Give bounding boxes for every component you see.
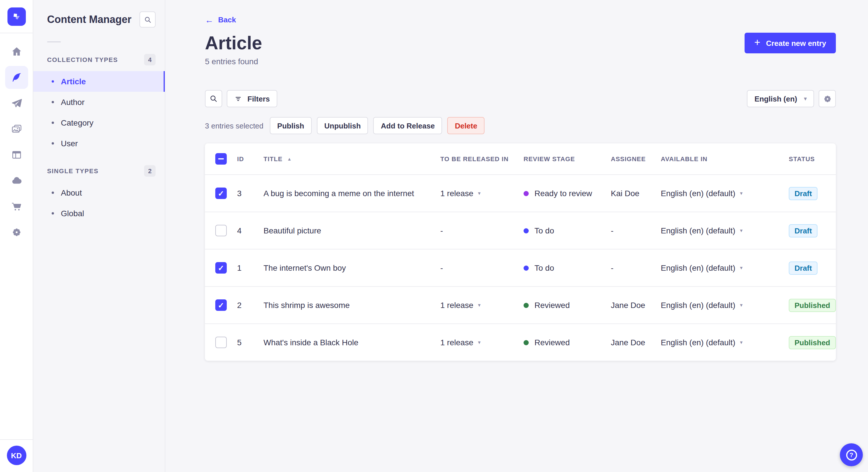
column-header-assignee[interactable]: ASSIGNEE xyxy=(611,156,661,162)
sidebar-item-category[interactable]: Category xyxy=(33,112,165,133)
sidebar-item-home[interactable] xyxy=(5,40,28,63)
chevron-down-icon: ▾ xyxy=(740,265,743,270)
sidebar-item-global[interactable]: Global xyxy=(33,203,165,224)
column-header-release[interactable]: TO BE RELEASED IN xyxy=(440,156,524,162)
nav-bottom-divider xyxy=(0,439,33,440)
sidebar-item-label: Category xyxy=(61,118,94,127)
cell-available-in-dropdown[interactable]: English (en) (default) ▾ xyxy=(661,226,789,235)
row-checkbox[interactable]: ✓ xyxy=(215,188,227,199)
select-all-checkbox[interactable] xyxy=(215,153,227,165)
sidebar-item-releases[interactable] xyxy=(5,92,28,115)
chevron-down-icon: ▾ xyxy=(740,228,743,233)
releases-paper-plane-icon xyxy=(11,98,22,109)
main-nav: KD xyxy=(0,0,33,472)
unpublish-button[interactable]: Unpublish xyxy=(317,117,368,134)
bullet-icon xyxy=(52,101,54,103)
check-icon: ✓ xyxy=(218,190,224,197)
sidebar-item-article[interactable]: Article xyxy=(33,71,165,92)
stage-dot-icon xyxy=(524,191,529,196)
stage-dot-icon xyxy=(524,228,529,233)
subnav-search-button[interactable] xyxy=(140,11,156,28)
cell-review-stage: Reviewed xyxy=(524,338,611,347)
stage-label: Reviewed xyxy=(534,338,570,347)
cell-title: A bug is becoming a meme on the internet xyxy=(264,189,440,198)
home-icon xyxy=(11,46,22,57)
table-row[interactable]: ✓ 3 A bug is becoming a meme on the inte… xyxy=(205,174,836,212)
filter-icon xyxy=(234,94,243,103)
cell-release-dropdown[interactable]: 1 release ▾ xyxy=(440,189,524,198)
sidebar-item-marketplace[interactable] xyxy=(5,195,28,218)
cell-available-in-dropdown[interactable]: English (en) (default) ▾ xyxy=(661,189,789,198)
strapi-logo-icon xyxy=(11,11,22,22)
publish-button[interactable]: Publish xyxy=(270,117,312,134)
bullet-icon xyxy=(52,192,54,194)
sidebar-item-settings[interactable] xyxy=(5,221,28,244)
status-badge: Draft xyxy=(789,224,818,237)
table-row[interactable]: ✓ 1 The internet's Own boy - To do - Eng… xyxy=(205,249,836,286)
user-avatar[interactable]: KD xyxy=(7,446,26,465)
bullet-icon xyxy=(52,142,54,144)
section-label: COLLECTION TYPES xyxy=(47,56,118,63)
row-checkbox[interactable] xyxy=(215,225,227,236)
media-library-images-icon xyxy=(11,123,22,135)
column-header-review-stage[interactable]: REVIEW STAGE xyxy=(524,156,611,162)
entries-table: ID TITLE ▲ TO BE RELEASED IN REVIEW STAG… xyxy=(205,143,836,361)
column-header-id[interactable]: ID xyxy=(237,156,264,162)
row-checkbox[interactable] xyxy=(215,337,227,348)
sidebar-item-content-type-builder[interactable] xyxy=(5,143,28,166)
locale-value: English (en) (default) xyxy=(661,338,735,347)
deploy-cloud-icon xyxy=(11,175,22,187)
create-new-entry-button[interactable]: + Create new entry xyxy=(745,33,836,53)
section-count-badge: 2 xyxy=(144,165,156,177)
status-badge: Published xyxy=(789,299,836,312)
sidebar-item-author[interactable]: Author xyxy=(33,92,165,112)
section-count-badge: 4 xyxy=(144,54,156,65)
sidebar-item-content-manager[interactable] xyxy=(5,66,28,89)
plus-icon: + xyxy=(754,37,761,47)
cell-available-in-dropdown[interactable]: English (en) (default) ▾ xyxy=(661,301,789,310)
selection-count-text: 3 entries selected xyxy=(205,121,264,130)
check-icon: ✓ xyxy=(218,301,224,309)
row-checkbox[interactable]: ✓ xyxy=(215,299,227,311)
cell-available-in-dropdown[interactable]: English (en) (default) ▾ xyxy=(661,338,789,347)
cell-title: The internet's Own boy xyxy=(264,263,440,272)
section-collection-types[interactable]: COLLECTION TYPES 4 xyxy=(33,53,165,67)
row-checkbox[interactable]: ✓ xyxy=(215,262,227,274)
locale-value: English (en) (default) xyxy=(661,189,735,198)
view-settings-button[interactable] xyxy=(818,90,836,107)
sidebar-item-deploy[interactable] xyxy=(5,169,28,192)
locale-select[interactable]: English (en) ▾ xyxy=(747,90,814,107)
marketplace-cart-icon xyxy=(11,201,22,212)
strapi-logo[interactable] xyxy=(7,7,26,26)
column-header-status[interactable]: STATUS xyxy=(789,156,836,162)
column-header-available-in[interactable]: AVAILABLE IN xyxy=(661,156,789,162)
table-row[interactable]: 4 Beautiful picture - To do - English (e… xyxy=(205,212,836,249)
cell-assignee: Jane Doe xyxy=(611,301,661,310)
add-to-release-button[interactable]: Add to Release xyxy=(373,117,442,134)
cell-available-in-dropdown[interactable]: English (en) (default) ▾ xyxy=(661,263,789,272)
cell-release-dropdown[interactable]: 1 release ▾ xyxy=(440,338,524,347)
column-header-title[interactable]: TITLE ▲ xyxy=(264,156,440,162)
sidebar-item-about[interactable]: About xyxy=(33,182,165,203)
stage-label: To do xyxy=(534,263,554,272)
delete-button[interactable]: Delete xyxy=(447,117,485,134)
delete-label: Delete xyxy=(455,121,477,130)
sidebar-item-media-library[interactable] xyxy=(5,117,28,140)
stage-label: Ready to review xyxy=(534,189,592,198)
sidebar-item-user[interactable]: User xyxy=(33,133,165,154)
cell-title: What's inside a Black Hole xyxy=(264,338,440,347)
back-link[interactable]: ← Back xyxy=(205,15,236,24)
section-single-types[interactable]: SINGLE TYPES 2 xyxy=(33,164,165,178)
help-button[interactable]: ? xyxy=(840,443,863,466)
chevron-down-icon: ▾ xyxy=(478,303,480,308)
status-badge: Draft xyxy=(789,187,818,200)
chevron-down-icon: ▾ xyxy=(740,191,743,196)
search-button[interactable] xyxy=(205,90,222,107)
section-label: SINGLE TYPES xyxy=(47,167,98,174)
sidebar-item-label: About xyxy=(61,188,82,197)
cell-release-dropdown[interactable]: 1 release ▾ xyxy=(440,301,524,310)
table-row[interactable]: 5 What's inside a Black Hole 1 release ▾… xyxy=(205,324,836,361)
bullet-icon xyxy=(52,122,54,124)
table-row[interactable]: ✓ 2 This shrimp is awesome 1 release ▾ R… xyxy=(205,286,836,324)
filters-button[interactable]: Filters xyxy=(227,90,277,107)
